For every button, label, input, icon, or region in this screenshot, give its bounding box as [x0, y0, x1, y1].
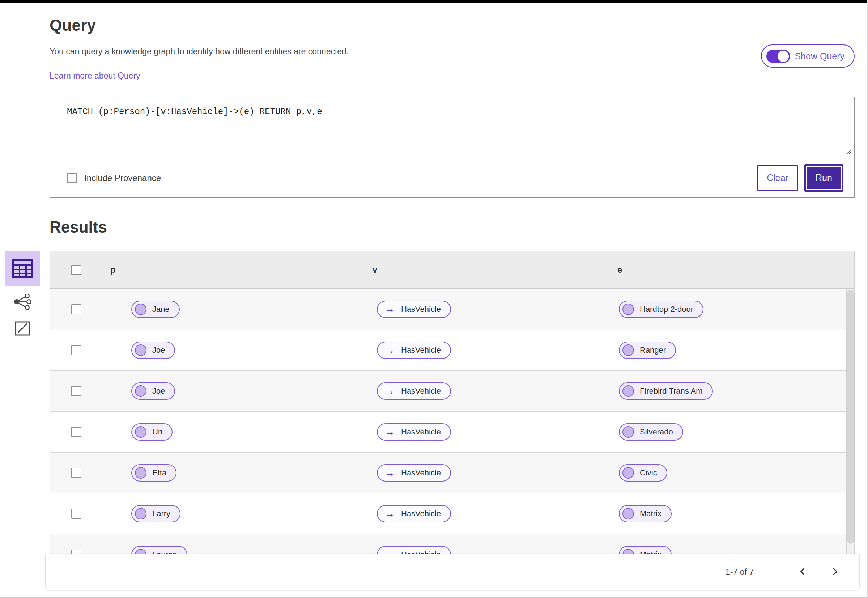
- node-label: Silverado: [640, 427, 673, 437]
- edge-label: HasVehicle: [401, 468, 441, 477]
- node-pill[interactable]: Joe: [131, 341, 175, 359]
- edge-pill[interactable]: → HasVehicle: [377, 341, 451, 359]
- node-pill[interactable]: Etta: [131, 464, 176, 481]
- top-black-bar: [0, 0, 867, 3]
- table-body: Jane → HasVehicle Hardtop 2-door Joe: [49, 289, 855, 575]
- row-checkbox[interactable]: [71, 509, 81, 519]
- node-label: Joe: [152, 386, 165, 396]
- row-checkbox[interactable]: [71, 304, 81, 314]
- app-window: Query You can query a knowledge graph to…: [0, 0, 868, 598]
- include-provenance-control[interactable]: Include Provenance: [67, 173, 161, 183]
- node-circle-icon: [135, 344, 146, 356]
- page-description: You can query a knowledge graph to ident…: [49, 47, 349, 57]
- intro-row: You can query a knowledge graph to ident…: [49, 47, 855, 81]
- edge-label: HasVehicle: [401, 345, 441, 355]
- node-label: Joe: [152, 345, 165, 355]
- node-circle-icon: [622, 344, 634, 356]
- chevron-left-icon: [799, 567, 807, 577]
- node-label: Matrix: [640, 509, 662, 519]
- show-query-toggle[interactable]: Show Query: [761, 45, 855, 68]
- row-checkbox[interactable]: [71, 427, 81, 437]
- node-label: Firebird Trans Am: [640, 386, 703, 396]
- toggle-knob: [778, 51, 789, 62]
- node-label: Hardtop 2-door: [640, 305, 693, 314]
- chart-view-icon: [15, 321, 30, 337]
- node-pill[interactable]: Silverado: [619, 423, 683, 441]
- table-row: Jane → HasVehicle Hardtop 2-door: [50, 289, 854, 330]
- node-circle-icon: [622, 385, 634, 397]
- toggle-switch-icon: [766, 49, 790, 63]
- scrollbar-header-spacer: [846, 251, 854, 289]
- page-title: Query: [49, 16, 855, 34]
- edge-pill[interactable]: → HasVehicle: [377, 383, 451, 400]
- node-pill[interactable]: Matrix: [619, 505, 672, 522]
- table-row: Joe → HasVehicle Firebird Trans Am: [50, 371, 854, 411]
- edge-label: HasVehicle: [401, 386, 441, 396]
- run-button[interactable]: Run: [806, 166, 842, 190]
- query-editor-panel: MATCH (p:Person)-[v:HasVehicle]->(e) RET…: [49, 97, 855, 198]
- node-label: Ranger: [640, 345, 666, 355]
- node-pill[interactable]: Uri: [131, 423, 173, 441]
- learn-more-link[interactable]: Learn more about Query: [49, 71, 140, 81]
- node-label: Larry: [152, 509, 170, 519]
- row-checkbox[interactable]: [71, 468, 81, 478]
- node-pill[interactable]: Civic: [619, 464, 667, 481]
- column-header-e: e: [610, 251, 846, 289]
- select-all-checkbox[interactable]: [71, 265, 81, 275]
- table-row: Etta → HasVehicle Civic: [50, 452, 854, 493]
- clear-button[interactable]: Clear: [757, 165, 798, 191]
- include-provenance-checkbox[interactable]: [67, 173, 77, 183]
- node-circle-icon: [135, 508, 146, 519]
- edge-label: HasVehicle: [401, 305, 441, 314]
- node-circle-icon: [622, 508, 634, 519]
- node-circle-icon: [622, 426, 634, 438]
- node-circle-icon: [135, 303, 146, 315]
- node-circle-icon: [135, 426, 146, 438]
- next-page-button[interactable]: [828, 564, 843, 581]
- graph-view-button[interactable]: [5, 291, 40, 313]
- node-pill[interactable]: Firebird Trans Am: [619, 383, 713, 400]
- edge-arrow-icon: →: [385, 386, 394, 396]
- query-footer: Include Provenance Clear Run: [50, 158, 854, 197]
- edge-arrow-icon: →: [385, 304, 394, 314]
- node-label: Jane: [152, 305, 170, 314]
- node-pill[interactable]: Jane: [131, 300, 180, 318]
- node-pill[interactable]: Larry: [131, 505, 181, 522]
- row-checkbox[interactable]: [71, 386, 81, 396]
- node-label: Uri: [152, 427, 162, 437]
- node-label: Etta: [152, 468, 166, 477]
- chevron-right-icon: [831, 567, 839, 577]
- node-pill[interactable]: Hardtop 2-door: [619, 300, 704, 318]
- edge-pill[interactable]: → HasVehicle: [377, 423, 451, 441]
- node-pill[interactable]: Joe: [131, 383, 175, 400]
- column-header-v: v: [365, 251, 610, 289]
- pagination-bar: 1-7 of 7: [45, 553, 860, 591]
- edge-pill[interactable]: → HasVehicle: [377, 505, 451, 522]
- node-pill[interactable]: Ranger: [619, 341, 676, 359]
- pagination-range: 1-7 of 7: [726, 567, 754, 577]
- row-checkbox[interactable]: [71, 345, 81, 355]
- results-title: Results: [49, 218, 855, 236]
- edge-arrow-icon: →: [385, 509, 394, 519]
- edge-pill[interactable]: → HasVehicle: [377, 464, 451, 481]
- node-circle-icon: [135, 467, 146, 478]
- edge-arrow-icon: →: [385, 427, 394, 437]
- node-circle-icon: [135, 385, 146, 397]
- edge-arrow-icon: →: [385, 345, 394, 355]
- node-circle-icon: [622, 303, 634, 315]
- scrollbar-thumb[interactable]: [847, 290, 853, 544]
- edge-label: HasVehicle: [401, 509, 441, 519]
- table-view-icon: [12, 259, 33, 279]
- view-switcher: [4, 251, 40, 340]
- node-label: Civic: [640, 468, 657, 477]
- prev-page-button[interactable]: [795, 564, 810, 581]
- table-scrollbar[interactable]: [846, 289, 854, 553]
- include-provenance-label: Include Provenance: [84, 173, 161, 183]
- table-row: Joe → HasVehicle Ranger: [50, 330, 854, 371]
- chart-view-button[interactable]: [5, 318, 40, 340]
- query-input[interactable]: MATCH (p:Person)-[v:HasVehicle]->(e) RET…: [50, 97, 854, 158]
- table-view-button[interactable]: [5, 251, 40, 286]
- node-circle-icon: [622, 467, 634, 478]
- edge-pill[interactable]: → HasVehicle: [377, 300, 451, 318]
- resize-grip-icon[interactable]: [844, 148, 851, 156]
